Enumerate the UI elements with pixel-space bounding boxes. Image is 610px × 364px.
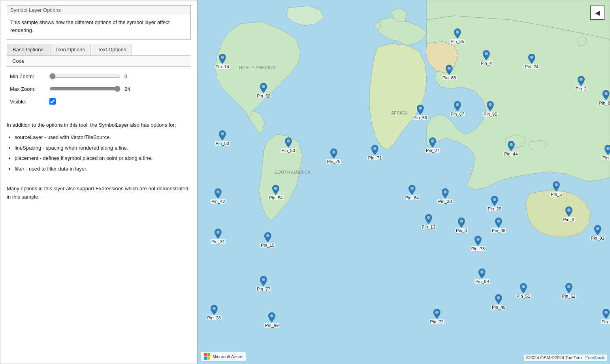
min-zoom-label: Min Zoom: [10, 73, 49, 79]
map-back-button[interactable]: ◀ [590, 6, 604, 20]
bullet-item-2: lineSpacing - spacing when rendered alon… [15, 144, 191, 152]
map-copyright: ©2024 OSM ©2024 TomTom Feedback [524, 355, 607, 361]
max-zoom-row: Max Zoom: 24 [10, 86, 188, 92]
panel-description: This sample shows how the different opti… [10, 19, 187, 34]
back-icon: ◀ [595, 9, 600, 17]
tab-code[interactable]: Code [7, 56, 191, 67]
map-container: NORTH AMERICA SOUTH AMERICA AFRICA Pin_3… [198, 0, 610, 364]
svg-text:NORTH AMERICA: NORTH AMERICA [239, 65, 275, 70]
feedback-link[interactable]: Feedback [586, 355, 604, 360]
logo-yellow [207, 357, 211, 360]
visible-label: Visible: [10, 99, 49, 105]
map-svg: NORTH AMERICA SOUTH AMERICA AFRICA [198, 0, 610, 364]
bullet-list: sourceLayer - used with VectorTileSource… [15, 133, 191, 173]
additional-text-p1: In addition to the options in this tool,… [7, 121, 191, 129]
tab-icon-options[interactable]: Icon Options [50, 44, 91, 55]
map-footer: Microsoft Azure [201, 352, 246, 361]
visible-checkbox-container [49, 98, 56, 105]
tab-text-options[interactable]: Text Options [92, 44, 132, 55]
min-zoom-slider[interactable] [49, 73, 120, 79]
desc-section: In addition to the options in this tool,… [7, 121, 191, 205]
options-content: Min Zoom: 0 Max Zoom: 24 Visible: [7, 67, 191, 117]
tabs-container: Base Options Icon Options Text Options [7, 44, 191, 56]
bullet-item-1: sourceLayer - used with VectorTileSource… [15, 133, 191, 142]
panel-title: Symbol Layer Options [7, 5, 191, 15]
logo-red [204, 353, 207, 356]
max-zoom-slider-container: 24 [49, 86, 136, 92]
min-zoom-row: Min Zoom: 0 [10, 73, 188, 79]
bullet-item-3: placement - defines if symbol placed on … [15, 154, 191, 163]
svg-text:AFRICA: AFRICA [391, 111, 407, 115]
map-footer-text: Microsoft Azure [213, 354, 243, 359]
visible-checkbox[interactable] [49, 98, 56, 105]
max-zoom-value: 24 [124, 86, 136, 92]
azure-logo-squares [204, 353, 210, 360]
logo-blue [204, 357, 207, 360]
svg-text:SOUTH AMERICA: SOUTH AMERICA [275, 170, 311, 174]
left-panel: Symbol Layer Options This sample shows h… [0, 0, 198, 364]
max-zoom-slider[interactable] [49, 86, 120, 92]
visible-row: Visible: [10, 98, 188, 105]
logo-green [207, 353, 211, 356]
max-zoom-label: Max Zoom: [10, 86, 49, 92]
additional-text-p2: Many options in this layer also support … [7, 185, 191, 201]
min-zoom-slider-container: 0 [49, 73, 136, 79]
bullet-item-4: filter - used to filter data in layer. [15, 165, 191, 173]
azure-logo [204, 353, 210, 360]
tab-base-options[interactable]: Base Options [7, 44, 49, 55]
min-zoom-value: 0 [124, 73, 136, 79]
